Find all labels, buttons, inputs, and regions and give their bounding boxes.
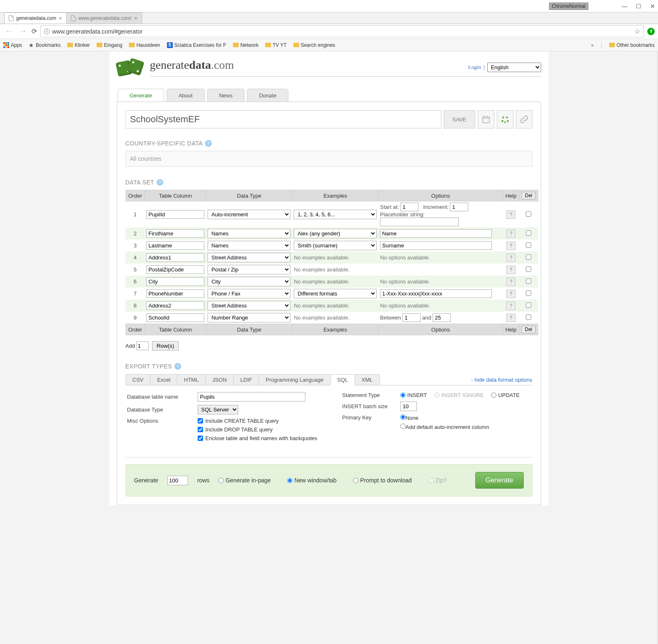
export-tab-sql[interactable]: SQL xyxy=(330,374,355,385)
language-select[interactable]: English xyxy=(487,63,541,72)
generate-button[interactable]: Generate xyxy=(475,472,524,489)
bookmark-folder[interactable]: Hausideen xyxy=(129,42,160,48)
site-info-icon[interactable]: i xyxy=(44,29,50,34)
column-name-input[interactable] xyxy=(146,241,204,250)
placeholder-input[interactable] xyxy=(380,218,459,226)
data-type-select[interactable]: Names xyxy=(208,229,290,238)
gen-download-radio[interactable]: Prompt to download xyxy=(353,477,412,484)
row-delete-checkbox[interactable] xyxy=(526,278,531,284)
column-name-input[interactable] xyxy=(146,265,204,274)
minimize-button[interactable]: — xyxy=(622,3,627,9)
export-tab-ldif[interactable]: LDIF xyxy=(233,374,259,385)
tab-news[interactable]: News xyxy=(207,89,245,102)
gen-zip-checkbox[interactable]: Zip? xyxy=(428,477,447,484)
bookmark-folder[interactable]: Network xyxy=(233,42,259,48)
address-bar[interactable]: i www.generatedata.com/#generator ☆ xyxy=(40,25,644,37)
row-help-button[interactable]: ? xyxy=(506,266,515,274)
dataset-name-input[interactable] xyxy=(126,110,441,128)
bookmark-folder[interactable]: TV YT xyxy=(265,42,287,48)
tab-about[interactable]: About xyxy=(167,89,205,102)
row-order[interactable]: 8 xyxy=(126,300,145,312)
row-order[interactable]: 1 xyxy=(126,201,145,228)
option-text-input[interactable] xyxy=(380,289,492,298)
row-help-button[interactable]: ? xyxy=(506,211,515,219)
misc-backquotes-checkbox[interactable]: Enclose table and field names with backq… xyxy=(198,435,317,441)
gen-inpage-radio[interactable]: Generate in-page xyxy=(218,477,271,484)
example-select[interactable]: Smith (surname) xyxy=(294,241,377,250)
column-name-input[interactable] xyxy=(146,210,204,219)
data-type-select[interactable]: Street Address xyxy=(208,301,290,310)
help-icon[interactable]: ? xyxy=(174,363,181,370)
bookmark-star-icon[interactable]: ☆ xyxy=(634,27,640,35)
bookmark-folder[interactable]: Klinker xyxy=(67,42,90,48)
example-select[interactable]: Different formats xyxy=(294,289,377,298)
range-to-input[interactable] xyxy=(433,313,451,322)
data-type-select[interactable]: Phone / Fax xyxy=(208,289,290,298)
row-order[interactable]: 2 xyxy=(126,228,145,240)
bookmark-folder[interactable]: Search engines xyxy=(293,42,335,48)
misc-drop-checkbox[interactable]: Include DROP TABLE query xyxy=(198,426,273,433)
column-name-input[interactable] xyxy=(146,313,204,322)
add-row-count-input[interactable] xyxy=(136,341,149,350)
row-delete-checkbox[interactable] xyxy=(526,266,531,272)
other-bookmarks[interactable]: Other bookmarks xyxy=(609,42,655,48)
row-order[interactable]: 4 xyxy=(126,252,145,264)
db-table-input[interactable] xyxy=(198,392,305,402)
delete-all-button[interactable]: Del xyxy=(522,326,535,333)
help-icon[interactable]: ? xyxy=(157,179,163,186)
row-delete-checkbox[interactable] xyxy=(526,303,531,308)
export-tab-xml[interactable]: XML xyxy=(355,374,380,385)
country-selector[interactable]: All countries xyxy=(126,151,532,167)
export-tab-programming-language[interactable]: Programming Language xyxy=(259,374,330,385)
row-order[interactable]: 9 xyxy=(126,312,145,324)
batch-size-input[interactable] xyxy=(400,402,417,411)
export-tab-csv[interactable]: CSV xyxy=(126,374,151,385)
forward-button[interactable]: → xyxy=(17,27,28,36)
data-type-select[interactable]: City xyxy=(208,277,290,286)
pk-autoinc-radio[interactable]: Add default auto-increment column xyxy=(400,424,489,430)
export-tab-excel[interactable]: Excel xyxy=(150,374,177,385)
row-delete-checkbox[interactable] xyxy=(526,211,531,217)
browser-tab-inactive[interactable]: www.generatedata.com/ × xyxy=(66,12,142,24)
stmt-insert-ignore-radio[interactable]: INSERT IGNORE xyxy=(434,392,484,398)
export-tab-json[interactable]: JSON xyxy=(205,374,234,385)
pk-none-radio[interactable]: None xyxy=(400,414,489,421)
stmt-insert-radio[interactable]: INSERT xyxy=(400,392,427,398)
close-window-button[interactable]: ✕ xyxy=(650,3,656,9)
gen-newwindow-radio[interactable]: New window/tab xyxy=(287,477,336,484)
link-icon-button[interactable] xyxy=(516,110,532,128)
row-order[interactable]: 6 xyxy=(126,276,145,288)
hide-format-options-link[interactable]: - hide data format options xyxy=(471,377,532,385)
option-text-input[interactable] xyxy=(380,241,492,250)
column-name-input[interactable] xyxy=(146,229,204,238)
row-order[interactable]: 5 xyxy=(126,264,145,276)
row-help-button[interactable]: ? xyxy=(506,290,515,298)
row-order[interactable]: 3 xyxy=(126,240,145,252)
close-tab-icon[interactable]: × xyxy=(134,15,138,22)
row-delete-checkbox[interactable] xyxy=(526,242,531,248)
example-select[interactable]: 1, 2, 3, 4, 5, 6... xyxy=(294,210,377,219)
export-tab-html[interactable]: HTML xyxy=(177,374,206,385)
stmt-update-radio[interactable]: UPDATE xyxy=(491,392,520,398)
row-help-button[interactable]: ? xyxy=(506,314,515,322)
close-tab-icon[interactable]: × xyxy=(59,15,62,22)
apps-button[interactable]: Apps xyxy=(3,42,22,48)
row-help-button[interactable]: ? xyxy=(506,254,515,262)
bookmarks-link[interactable]: ★Bookmarks xyxy=(29,42,60,48)
row-delete-checkbox[interactable] xyxy=(526,230,531,236)
overflow-chevron-icon[interactable]: » xyxy=(591,42,594,48)
range-from-input[interactable] xyxy=(402,313,421,322)
data-type-select[interactable]: Number Range xyxy=(208,313,290,322)
row-delete-checkbox[interactable] xyxy=(526,315,531,320)
tab-donate[interactable]: Donate xyxy=(247,89,288,102)
row-help-button[interactable]: ? xyxy=(506,278,515,286)
bookmark-folder[interactable]: Eingang xyxy=(97,42,122,48)
row-delete-checkbox[interactable] xyxy=(526,254,531,260)
misc-create-checkbox[interactable]: Include CREATE TABLE query xyxy=(198,418,279,424)
data-type-select[interactable]: Names xyxy=(208,241,290,250)
calendar-icon-button[interactable] xyxy=(478,110,494,128)
tab-generate[interactable]: Generate xyxy=(118,89,164,102)
extension-icon[interactable]: ⬆ xyxy=(647,28,655,35)
db-type-select[interactable]: SQL Server xyxy=(198,405,238,414)
increment-input[interactable] xyxy=(450,203,468,211)
